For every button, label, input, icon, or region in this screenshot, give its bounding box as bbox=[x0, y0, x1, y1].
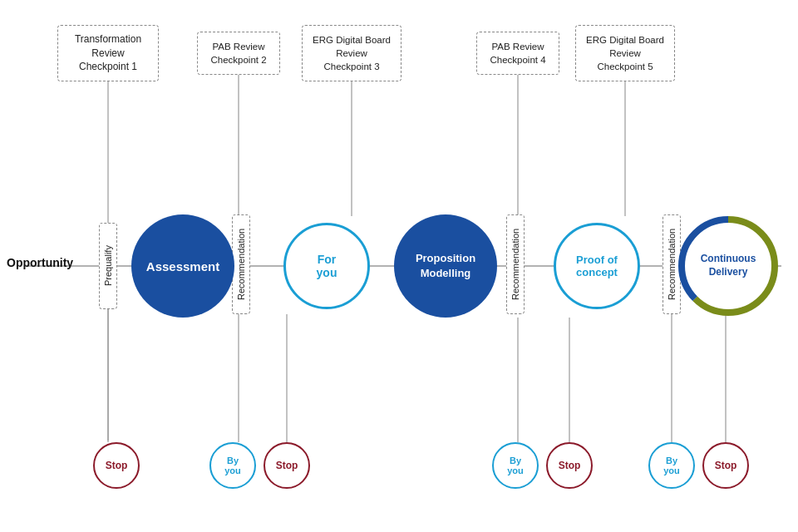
byyou-circle-5: By you bbox=[648, 442, 695, 489]
stop-circle-5: Stop bbox=[702, 442, 749, 489]
stop-circle-4: Stop bbox=[546, 442, 593, 489]
checkpoint-3: ERG Digital Board Review Checkpoint 3 bbox=[302, 25, 401, 81]
recommendation-box-1: Recommendation bbox=[232, 214, 250, 314]
recommendation-box-2: Recommendation bbox=[506, 214, 525, 314]
svg-text:Delivery: Delivery bbox=[709, 266, 748, 278]
byyou-circle-4: By you bbox=[492, 442, 539, 489]
byyou-circle-2: By you bbox=[209, 442, 256, 489]
checkpoint-2: PAB Review Checkpoint 2 bbox=[197, 32, 280, 75]
checkpoint-1: Transformation Review Checkpoint 1 bbox=[57, 25, 159, 81]
assessment-circle: Assessment bbox=[131, 214, 234, 318]
stop-circle-1: Stop bbox=[93, 442, 140, 489]
proposition-circle: Proposition Modelling bbox=[394, 214, 497, 318]
continuous-delivery-circle: Continuous Delivery bbox=[677, 214, 780, 318]
checkpoint-4: PAB Review Checkpoint 4 bbox=[476, 32, 559, 75]
checkpoint-5: ERG Digital Board Review Checkpoint 5 bbox=[575, 25, 675, 81]
svg-text:Continuous: Continuous bbox=[701, 253, 756, 264]
opportunity-label: Opportunity bbox=[7, 256, 73, 269]
stop-circle-2: Stop bbox=[264, 442, 310, 489]
poc-circle: Proof of concept bbox=[554, 223, 640, 309]
prequalify-box: Prequalify bbox=[99, 223, 117, 309]
foryou-circle: For you bbox=[283, 223, 370, 309]
